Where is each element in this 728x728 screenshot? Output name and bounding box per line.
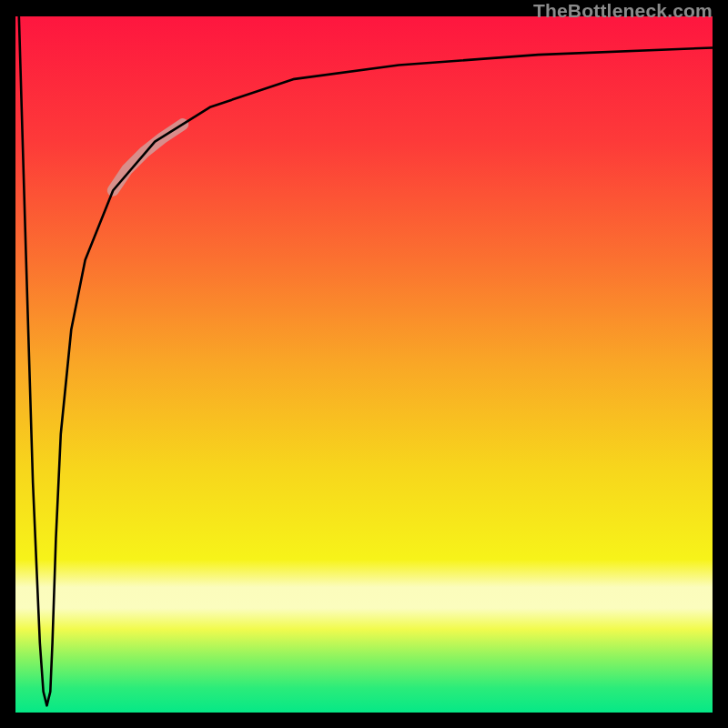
- watermark-text: TheBottleneck.com: [533, 0, 713, 22]
- chart-svg: [15, 16, 713, 713]
- gradient-background: [15, 16, 713, 713]
- chart-frame: TheBottleneck.com: [0, 0, 728, 728]
- plot-area: [15, 16, 713, 713]
